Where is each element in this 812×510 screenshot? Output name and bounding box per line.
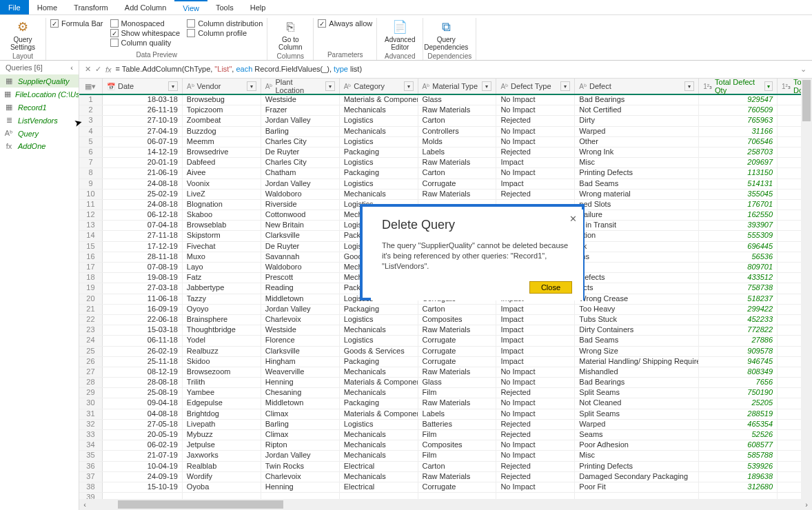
row-number: 27 (79, 367, 103, 377)
table-row[interactable]: 2315-03-18ThoughtbridgeWestsideMechanica… (79, 325, 812, 336)
table-row[interactable]: 2526-02-19RealbuzzClarksvilleGoods & Ser… (79, 347, 812, 357)
show-whitespace-checkbox[interactable]: ✓Show whitespace (110, 29, 181, 37)
dialog-title: Delete Query (382, 218, 572, 232)
query-dependencies-button[interactable]: ⧉ QueryDependencies (427, 18, 465, 52)
row-number: 24 (79, 336, 103, 345)
table-row[interactable]: 506-07-19MeemmCharles CityLogisticsMolds… (79, 137, 812, 147)
table-row[interactable]: 2222-06-18BrainsphereCharlevoixLogistics… (79, 315, 812, 325)
table-row[interactable]: 3406-02-19JetpulseRiptonMechanicalsCompo… (79, 440, 812, 451)
table-row[interactable]: 2406-11-18YodelFlorenceLogisticsCorrugat… (79, 336, 812, 346)
table-row[interactable]: 3610-04-19RealblabTwin RocksElectricalCa… (79, 462, 812, 472)
menu-tools[interactable]: Tools (207, 0, 242, 14)
cancel-icon[interactable]: ✕ (85, 65, 91, 74)
table-row[interactable]: 720-01-19DabfeedCharles CityLogisticsRaw… (79, 158, 812, 168)
table-row[interactable]: 3104-08-18BrightdogClimaxMaterials & Com… (79, 409, 812, 420)
col-header-date[interactable]: 📅Date▾ (103, 79, 183, 94)
table-row[interactable]: 118-03-18BrowsebugWestsideMaterials & Co… (79, 95, 812, 105)
menu-file[interactable]: File (0, 0, 29, 14)
query-type-icon: fx (4, 142, 14, 150)
table-row[interactable]: 2116-09-19OyoyoJordan ValleyPackagingCar… (79, 305, 812, 315)
table-row[interactable]: 3320-05-19MybuzzClimaxMechanicalsFilmRej… (79, 430, 812, 440)
formula-bar-checkbox[interactable]: ✓Formula Bar (50, 19, 103, 28)
monospaced-checkbox[interactable]: Monospaced (110, 19, 181, 28)
always-allow-checkbox[interactable]: ✓Always allow (318, 19, 372, 28)
row-number: 17 (79, 263, 103, 272)
table-row[interactable]: 3227-05-18LivepathBarlingLogisticsBatter… (79, 420, 812, 430)
dependencies-icon: ⧉ (438, 19, 454, 34)
menu-transform[interactable]: Transform (65, 0, 116, 14)
advanced-editor-button[interactable]: 📄 AdvancedEditor (381, 18, 418, 52)
row-number: 1 (79, 95, 103, 105)
col-header-plant[interactable]: AᵇPlant Location▾ (261, 79, 340, 94)
row-number: 12 (79, 210, 103, 220)
vertical-scrollbar[interactable] (801, 79, 812, 499)
row-number: 30 (79, 398, 103, 408)
table-row[interactable]: 3521-07-19JaxworksJordan ValleyMechanica… (79, 451, 812, 461)
col-header-defect-type[interactable]: AᵇDefect Type▾ (496, 79, 575, 94)
menu-view[interactable]: View (174, 0, 207, 14)
table-row[interactable]: 2708-12-19BrowsezoomWeavervilleMechanica… (79, 367, 812, 378)
row-number: 28 (79, 378, 103, 387)
col-header-qty[interactable]: 1²₃Total Defect Qty▾ (699, 79, 778, 94)
col-header-material[interactable]: AᵇMaterial Type▾ (418, 79, 497, 94)
row-number: 8 (79, 168, 103, 178)
formula-text[interactable]: = Table.AddColumn(ChType, "List", each R… (116, 65, 796, 74)
row-number: 15 (79, 242, 103, 252)
column-profile-checkbox[interactable]: Column profile (187, 29, 263, 37)
query-item[interactable]: ≣ListVendors (0, 114, 79, 127)
query-item-label: ListVendors (18, 116, 58, 125)
fx-icon[interactable]: fx (105, 65, 112, 74)
delete-query-dialog: ✕ Delete Query The query "SupplierQualit… (371, 210, 583, 300)
column-quality-checkbox[interactable]: Column quality (110, 39, 181, 47)
collapse-pane-icon[interactable]: ‹ (70, 63, 73, 72)
query-item-label: AddOne (18, 142, 45, 150)
query-item[interactable]: AᵇQuery (0, 127, 79, 140)
table-row[interactable]: 924-08-18VoonixJordan ValleyLogisticsCor… (79, 179, 812, 190)
query-settings-button[interactable]: ⚙ QuerySettings (4, 18, 41, 52)
row-number: 20 (79, 294, 103, 304)
table-row[interactable]: 327-10-19ZoombeatJordan ValleyLogisticsC… (79, 116, 812, 126)
row-number-header[interactable]: ▦▾ (79, 79, 103, 94)
table-row[interactable]: 3724-09-19WordifyCharlevoixMechanicalsRa… (79, 472, 812, 482)
table-row[interactable]: 2925-08-19YambeeChesaningMechanicalsFilm… (79, 388, 812, 398)
row-number: 13 (79, 221, 103, 230)
query-item[interactable]: ▦Record1 (0, 101, 79, 114)
column-distribution-checkbox[interactable]: Column distribution (187, 19, 263, 28)
row-number: 5 (79, 137, 103, 147)
scroll-left-icon[interactable]: ‹ (79, 500, 90, 509)
menu-home[interactable]: Home (29, 0, 65, 14)
query-item[interactable]: fxAddOne (0, 140, 79, 152)
col-header-category[interactable]: AᵇCategory▾ (340, 79, 418, 94)
dialog-close-icon[interactable]: ✕ (567, 214, 579, 226)
horizontal-scrollbar[interactable]: ‹ › (79, 499, 812, 510)
scroll-right-icon[interactable]: › (801, 500, 812, 509)
table-row[interactable]: 1025-02-19LiveZWaldoboroMechanicalsRaw M… (79, 190, 812, 200)
filter-dropdown-icon[interactable]: ▾ (168, 81, 178, 91)
col-header-defect[interactable]: AᵇDefect▾ (575, 79, 699, 94)
table-row[interactable]: 2625-11-18SkidooHinghamPackagingCorrugat… (79, 357, 812, 367)
dialog-close-button[interactable]: Close (529, 281, 572, 294)
col-header-vendor[interactable]: AᵇVendor▾ (183, 79, 261, 94)
expand-formula-icon[interactable]: ⌄ (800, 65, 806, 74)
table-row[interactable]: 2828-08-18TrilithHenningMaterials & Comp… (79, 378, 812, 388)
advanced-editor-icon: 📄 (392, 19, 407, 34)
table-row[interactable]: 427-04-19BuzzdogBarlingMechanicalsContro… (79, 127, 812, 137)
goto-column-button[interactable]: ⎘ Go toColumn (272, 18, 309, 52)
table-row[interactable]: 226-11-19TopiczoomFrazerMechanicalsRaw M… (79, 105, 812, 116)
ribbon: ⚙ QuerySettings Layout ✓Formula Bar Mono… (0, 15, 812, 61)
table-row[interactable]: 821-06-19AiveeChathamPackagingCartonNo I… (79, 168, 812, 178)
query-item[interactable]: ▦FileLocation (C:\Users... (0, 88, 79, 101)
table-row[interactable]: 39 (79, 493, 812, 499)
table-row[interactable]: 3009-04-18EdgepulseMiddletownPackagingRa… (79, 398, 812, 409)
row-number: 31 (79, 409, 103, 419)
accept-icon[interactable]: ✓ (95, 65, 101, 74)
row-number: 37 (79, 472, 103, 482)
menu-add-column[interactable]: Add Column (116, 0, 175, 14)
row-number: 9 (79, 179, 103, 189)
menu-help[interactable]: Help (242, 0, 274, 14)
table-row[interactable]: 3815-10-19OyobaHenningElectricalCorrugat… (79, 482, 812, 493)
query-item[interactable]: ▦SupplierQuality (0, 74, 79, 88)
formula-bar: ✕ ✓ fx = Table.AddColumn(ChType, "List",… (79, 61, 812, 79)
table-row[interactable]: 614-12-19BrowsedriveDe RuyterPackagingLa… (79, 147, 812, 158)
group-parameters-label: Parameters (318, 51, 372, 60)
